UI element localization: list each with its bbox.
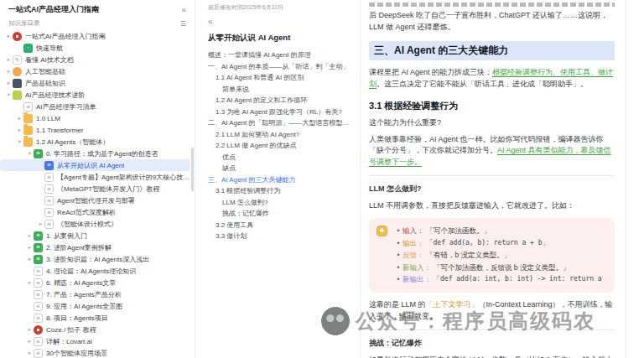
sidebar-item[interactable]: ▸ 6. 精选：AI Agents文章 <box>0 277 190 288</box>
document-icon <box>34 267 43 276</box>
document-icon <box>34 302 43 311</box>
example-text: 「写个加法函数，反馈说 b 没定义类型。」 <box>434 262 569 274</box>
outline-item[interactable]: 挑战：记忆爆炸 <box>208 208 353 220</box>
caret-icon[interactable]: ▸ <box>26 338 34 345</box>
sidebar-item[interactable]: ▸ 《智能体设计模式》 <box>0 218 190 230</box>
sidebar-item[interactable]: ▸ 产品基础知识 <box>0 77 190 89</box>
caret-icon[interactable]: ▸ <box>26 279 34 286</box>
sidebar-item[interactable]: ▾ 0. 学习路径：成为基于Agent的创造者 <box>0 148 190 159</box>
sidebar-item[interactable]: ▸ 一站式AI产品经理入门指南 <box>0 30 190 42</box>
sidebar-item[interactable]: ▸ 详解：Lovart.ai <box>0 335 190 347</box>
sidebar-item[interactable]: Agent智能代理开发与部署 <box>0 195 190 206</box>
sidebar-item[interactable]: AI产品经理学习清单 <box>0 101 190 112</box>
caret-icon[interactable]: ▸ <box>5 56 13 63</box>
sidebar-item-label: 1.2 AI Agents（智能体） <box>36 137 109 147</box>
outline-item[interactable]: 一、AI Agent 的本质——从「听话」到「主动」 <box>208 61 353 73</box>
caret-icon[interactable]: ▸ <box>26 232 34 239</box>
caret-icon[interactable]: ▾ <box>16 138 23 145</box>
orange-link[interactable]: 「上下文学习」 <box>426 300 479 309</box>
outline-list: 概述：一堂课搞懂 AI Agent 的原理 一、AI Agent 的本质——从「… <box>208 49 353 242</box>
sidebar-item[interactable]: ▾ AI产品经理技术进阶 <box>0 89 190 101</box>
caret-icon[interactable]: ▸ <box>5 68 13 75</box>
caret-icon[interactable]: ▸ <box>16 115 23 122</box>
sidebar-item[interactable]: ▸ 看懂 AI技术文档 <box>0 54 190 65</box>
caret-icon[interactable]: ▸ <box>26 244 34 251</box>
caret-icon[interactable]: ▸ <box>5 80 13 86</box>
sidebar-item[interactable]: 《MetaGPT智能体开发入门》教程 <box>0 183 190 195</box>
bullet-icon: • <box>394 225 402 237</box>
sidebar-item[interactable]: ▸ 1.0 LLM <box>0 112 190 124</box>
outline-item[interactable]: 缺点 <box>208 163 353 174</box>
caret-icon[interactable]: ▸ <box>26 256 34 262</box>
sidebar-item[interactable]: ▸ 人工智能基础 <box>0 65 190 77</box>
collapse-outline-icon[interactable]: « <box>208 17 353 26</box>
example-label: 新输出： <box>402 273 431 286</box>
caret-icon[interactable]: ▾ <box>5 91 13 98</box>
caret-icon[interactable]: ▸ <box>37 221 44 227</box>
sidebar-item[interactable]: ▸ 1.1 Transformer <box>0 124 190 136</box>
document-icon <box>34 290 43 299</box>
sidebar-item[interactable]: 9. 应用：AI Agents全景图 <box>0 300 190 312</box>
sidebar-scrollbar[interactable] <box>191 148 194 191</box>
caret-icon[interactable]: ▸ <box>16 127 23 133</box>
sidebar-item-label: ReAct范式深度解析 <box>57 208 116 217</box>
outline-item[interactable]: 二、AI Agent 的「聪明源」——大型语言模型（LLM） <box>208 117 353 129</box>
paragraph: 课程里把 AI Agent 的能力拆成三块：根据经验调整行为、使用工具、做计划。… <box>369 67 615 90</box>
collapse-sidebar-icon[interactable]: « <box>181 5 186 14</box>
sidebar-item[interactable]: 从零开始认识 AI Agent <box>0 159 190 171</box>
outline-item[interactable]: 1.1 AI Agent 和普通 AI 的区别 <box>208 72 353 84</box>
caret-icon[interactable]: ▸ <box>26 326 34 333</box>
sidebar-item[interactable]: 7. 产品：Agents产品分析 <box>0 288 190 300</box>
caret-icon[interactable]: ▸ <box>5 33 13 39</box>
sidebar-item-label: 《智能体设计模式》 <box>57 220 117 229</box>
outline-item[interactable]: 优点 <box>208 152 353 163</box>
example-row: • 新输出： 「def add(a: int, b: int) -> int: … <box>394 273 606 286</box>
caret-icon[interactable]: ▾ <box>26 150 34 157</box>
filter-icon[interactable]: ☰ <box>180 20 186 28</box>
outline-item[interactable]: 2.2 LLM 做 Agent 的优缺点 <box>208 140 353 152</box>
outline-item[interactable]: 三、AI Agent 的三大关键能力 <box>208 174 353 186</box>
outline-item[interactable]: LLM 怎么做到? <box>208 197 353 209</box>
target-badge-icon <box>13 32 22 41</box>
example-text: 「def add(a, b): return a + b」 <box>427 237 549 250</box>
green-notebook-icon <box>34 255 43 264</box>
outline-item-label: 3.1 根据经验调整行为 <box>216 187 280 195</box>
sidebar-item-label: 6. 精选：AI Agents文章 <box>46 278 116 288</box>
sidebar-item-label: AI产品经理学习清单 <box>36 102 96 112</box>
rocket-icon <box>13 91 22 100</box>
lightbulb-icon <box>377 226 387 236</box>
outline-item[interactable]: 概述：一堂课搞懂 AI Agent 的原理 <box>208 49 353 61</box>
folder-icon <box>23 126 33 135</box>
outline-item[interactable]: 简单来说 <box>208 84 353 96</box>
outline-item[interactable]: 1.3 为啥 AI Agent 跟强化学习（RL）有关? <box>208 106 353 118</box>
paragraph: 这靠的是 LLM 的「上下文学习」（In-Context Learning），不… <box>369 299 615 322</box>
sidebar-tree: ▸ 一站式AI产品经理入门指南 快速导航 ▸ 看懂 AI技术文档 <box>0 30 195 358</box>
sidebar-item[interactable]: ▸ 1. 从案例入门 <box>0 230 190 241</box>
outline-item[interactable]: 1.2 AI Agent 的定义和工作循环 <box>208 95 353 106</box>
document-content: 后 DeepSeek 吃了自己一子宣布胜利，ChatGPT 还认输了……这说明，… <box>361 0 626 358</box>
sidebar-item[interactable]: ▾ 1.2 AI Agents（智能体） <box>0 136 190 148</box>
bold-label: LLM 怎么做到? <box>369 184 615 195</box>
outline-item[interactable]: 3.1 根据经验调整行为 <box>208 185 353 197</box>
sidebar-item-label: 产品基础知识 <box>25 79 65 88</box>
document-icon <box>44 173 54 182</box>
sidebar-item[interactable]: ReAct范式深度解析 <box>0 206 190 218</box>
sidebar-item-label: 9. 应用：AI Agents全景图 <box>46 302 122 311</box>
sidebar-item[interactable]: 快速导航 <box>0 42 190 54</box>
outline-item[interactable]: 3.2 使用工具 <box>208 220 353 231</box>
sidebar-item[interactable]: 8. 项目：Agents项目 <box>0 312 190 324</box>
sidebar-item[interactable]: ▸ 2. 进阶Agent案例拆解 <box>0 241 190 253</box>
sidebar-item[interactable]: 4. 理论篇：AI Agents理论知识 <box>0 265 190 277</box>
paragraph: 后 DeepSeek 吃了自己一子宣布胜利，ChatGPT 还认输了……这说明，… <box>369 10 615 33</box>
example-row: • 新输入： 「写个加法函数，反馈说 b 没定义类型。」 <box>394 262 606 274</box>
sidebar-item-label: 详解：Lovart.ai <box>46 337 92 346</box>
caret-icon[interactable]: ▸ <box>26 350 34 356</box>
outline-item[interactable]: 3.3 做计划 <box>208 231 353 242</box>
sidebar-item[interactable]: ▸ Coze / 扣子 教程 <box>0 324 190 335</box>
product-icon <box>13 79 22 88</box>
sidebar-item[interactable]: ▸ 30个智能体应用场景 <box>0 347 190 358</box>
sidebar-item[interactable]: 【Agent专题】Agent架构设计的9大核心技术全景深解析 <box>0 171 190 183</box>
outline-item[interactable]: 2.1 LLM 如何驱动 AI Agent? <box>208 129 353 141</box>
sidebar-item-label: 1.1 Transformer <box>36 127 83 134</box>
sidebar-item[interactable]: ▸ 3. 进阶知识篇：AI Agents深入浅出 <box>0 253 190 265</box>
